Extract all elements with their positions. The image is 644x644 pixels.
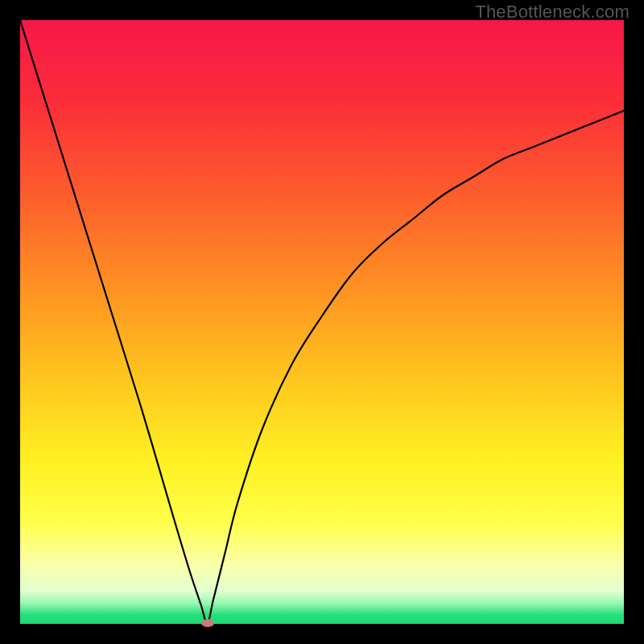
- chart-frame: TheBottleneck.com: [0, 0, 644, 644]
- optimum-marker: [201, 619, 214, 627]
- bottleneck-curve: [20, 20, 624, 624]
- bottleneck-curve-svg: [20, 20, 624, 624]
